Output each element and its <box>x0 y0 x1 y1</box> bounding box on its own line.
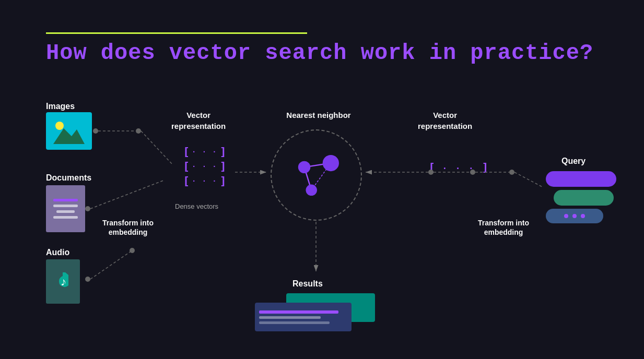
document-icon <box>46 185 85 232</box>
vector-right-label: Vector representation <box>418 110 472 131</box>
dense-label: Dense vectors <box>175 202 218 210</box>
svg-line-18 <box>90 250 132 279</box>
svg-point-11 <box>93 128 98 134</box>
nearest-neighbor-label: Nearest neighbor <box>282 111 355 119</box>
svg-point-15 <box>85 206 90 211</box>
vector-row-3: [ · · · ] <box>183 174 227 187</box>
vector-row-1: [ · · · ] <box>183 145 227 158</box>
svg-text:♪: ♪ <box>60 276 67 289</box>
vector-single: [ · · · ] <box>428 161 489 174</box>
svg-point-1 <box>55 122 64 130</box>
svg-line-16 <box>90 180 165 209</box>
audio-icon: ♪ <box>46 259 80 304</box>
vector-row-2: [ · · · ] <box>183 160 227 173</box>
svg-point-17 <box>85 277 90 282</box>
svg-line-27 <box>514 172 542 187</box>
svg-point-8 <box>306 185 317 196</box>
dense-vectors: [ · · · ] [ · · · ] [ · · · ] <box>183 145 227 187</box>
svg-point-26 <box>509 170 514 175</box>
vector-left-label: Vector representation <box>171 110 226 131</box>
nearest-neighbor-circle <box>271 129 362 221</box>
transform-left-label: Transform into embedding <box>102 218 154 237</box>
image-icon <box>46 112 92 150</box>
query-dot-2 <box>572 214 577 218</box>
svg-line-14 <box>141 131 172 164</box>
svg-point-6 <box>298 161 310 173</box>
query-card-3 <box>546 209 603 223</box>
result-line-1 <box>259 310 338 314</box>
slide: How does vector search work in practice?… <box>0 0 644 359</box>
query-card-2 <box>554 190 614 206</box>
transform-right-label: Transform into embedding <box>478 218 529 237</box>
results-label: Results <box>292 279 323 289</box>
main-title: How does vector search work in practice? <box>46 41 593 66</box>
result-line-3 <box>259 321 330 324</box>
label-documents: Documents <box>46 173 91 183</box>
query-card-1 <box>546 171 616 187</box>
result-line-2 <box>259 316 321 319</box>
query-label: Query <box>561 157 586 166</box>
svg-point-7 <box>323 155 339 171</box>
label-images: Images <box>46 102 75 111</box>
accent-line <box>46 32 307 34</box>
label-audio: Audio <box>46 248 69 257</box>
svg-point-13 <box>136 128 141 134</box>
result-card-front <box>255 303 352 331</box>
query-dot-3 <box>581 214 585 218</box>
svg-marker-0 <box>53 128 85 144</box>
results-cards <box>255 293 385 338</box>
svg-point-19 <box>130 248 135 253</box>
query-dot-1 <box>564 214 568 218</box>
query-cards <box>546 171 616 223</box>
